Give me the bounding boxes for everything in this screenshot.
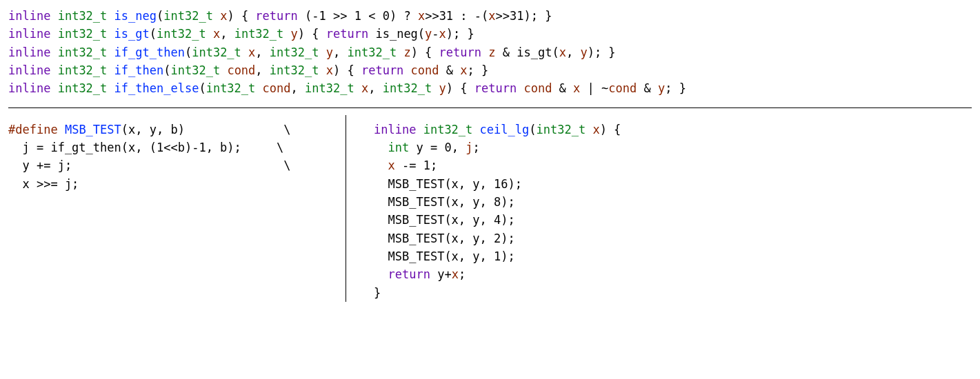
horizontal-rule [8,107,972,108]
ceil-lg-decl: int y = 0, j; [374,139,972,156]
ceil-lg-call-2: MSB_TEST(x, y, 4); [374,211,972,229]
pp-define: #define [8,123,58,136]
code-line-if-then-else: inline int32_t if_then_else(int32_t cond… [8,79,972,97]
fn-is-neg: is_neg [114,9,157,23]
fn-is-gt: is_gt [114,27,150,41]
columns: #define MSB_TEST(x, y, b) \ j = if_gt_th… [8,115,972,302]
code-line-if-gt-then: inline int32_t if_gt_then(int32_t x, int… [8,43,972,61]
macro-msb-test: MSB_TEST [65,123,121,136]
left-column: #define MSB_TEST(x, y, b) \ j = if_gt_th… [8,115,346,302]
ceil-lg-sig: inline int32_t ceil_lg(int32_t x) { [374,121,972,139]
kw-inline: inline [8,9,50,23]
ceil-lg-return: return y+x; [374,265,972,283]
ceil-lg-xdec: x -= 1; [374,156,972,174]
fn-if-gt-then: if_gt_then [114,45,185,59]
macro-line-3: y += j; \ [8,156,337,174]
top-code-block: inline int32_t is_neg(int32_t x) { retur… [8,7,972,103]
macro-line-1: #define MSB_TEST(x, y, b) \ [8,121,337,139]
fn-ceil-lg: ceil_lg [480,123,530,136]
ceil-lg-call-1: MSB_TEST(x, y, 8); [374,193,972,211]
ceil-lg-call-4: MSB_TEST(x, y, 1); [374,247,972,265]
ceil-lg-call-0: MSB_TEST(x, y, 16); [374,175,972,193]
ceil-lg-close: } [374,284,972,302]
right-column: inline int32_t ceil_lg(int32_t x) { int … [346,115,972,302]
code-line-if-then: inline int32_t if_then(int32_t cond, int… [8,61,972,79]
ceil-lg-call-3: MSB_TEST(x, y, 2); [374,229,972,247]
macro-line-2: j = if_gt_then(x, (1<<b)-1, b); \ [8,139,337,156]
fn-if-then: if_then [114,63,164,77]
macro-line-4: x >>= j; [8,175,337,193]
type-int32: int32_t [58,9,108,23]
code-line-is-neg: inline int32_t is_neg(int32_t x) { retur… [8,7,972,25]
fn-if-then-else: if_then_else [114,81,199,95]
code-line-is-gt: inline int32_t is_gt(int32_t x, int32_t … [8,25,972,43]
